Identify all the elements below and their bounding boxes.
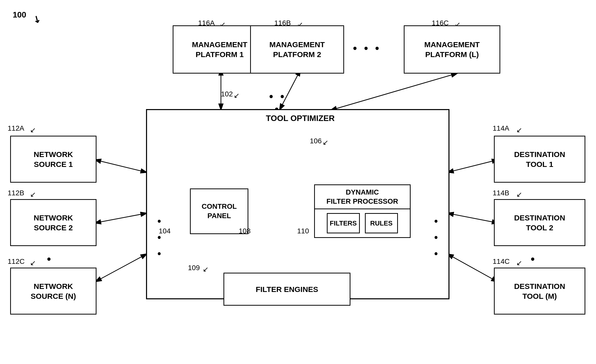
destination-tool-M: DESTINATIONTOOL (M) bbox=[494, 268, 585, 315]
dots-inside-left: ••• bbox=[157, 213, 162, 262]
ref-102-arrow: ↙ bbox=[234, 91, 239, 100]
ref-112A: 112A bbox=[8, 124, 24, 132]
ref-112C-arrow: ↙ bbox=[30, 259, 36, 267]
rules-box: RULES bbox=[365, 213, 398, 233]
network-source-1: NETWORKSOURCE 1 bbox=[10, 136, 96, 183]
management-platform-L: MANAGEMENTPLATFORM (L) bbox=[404, 25, 500, 74]
network-source-2: NETWORKSOURCE 2 bbox=[10, 199, 96, 246]
ref-114B: 114B bbox=[493, 189, 509, 197]
destination-tool-2: DESTINATIONTOOL 2 bbox=[494, 199, 585, 246]
ref-108: 108 bbox=[239, 227, 251, 235]
ref-114A: 114A bbox=[493, 124, 509, 132]
filter-engines-box: FILTER ENGINES bbox=[223, 273, 350, 306]
dots-inside-right: ••• bbox=[434, 213, 439, 262]
ref-102: 102 bbox=[221, 90, 233, 98]
ref-106-arrow: ↙ bbox=[323, 138, 328, 147]
ref-114C: 114C bbox=[493, 257, 510, 266]
management-platform-2: MANAGEMENTPLATFORM 2 bbox=[250, 25, 344, 74]
destination-tool-1: DESTINATIONTOOL 1 bbox=[494, 136, 585, 183]
ref-109: 109 bbox=[188, 264, 200, 272]
svg-line-7 bbox=[100, 254, 147, 279]
ref-110: 110 bbox=[297, 227, 309, 235]
ref-114B-arrow: ↙ bbox=[516, 190, 522, 199]
dynamic-filter-processor-label: DYNAMICFILTER PROCESSOR bbox=[314, 184, 411, 210]
ref-112B-arrow: ↙ bbox=[30, 190, 36, 199]
ref-109-arrow: ↙ bbox=[203, 265, 208, 273]
figure-arrow: ↘ bbox=[31, 13, 43, 26]
ref-112B: 112B bbox=[8, 189, 24, 197]
ref-114C-arrow: ↙ bbox=[516, 259, 522, 267]
svg-line-5 bbox=[100, 161, 147, 172]
ref-112A-arrow: ↙ bbox=[30, 126, 36, 134]
svg-line-4 bbox=[330, 75, 452, 110]
svg-line-6 bbox=[100, 213, 147, 222]
figure-number: 100 bbox=[13, 10, 26, 20]
ref-114A-arrow: ↙ bbox=[516, 126, 522, 134]
filters-box: FILTERS bbox=[327, 213, 360, 233]
diagram: 100 ↘ 116A ↙ 116B ↙ 116C ↙ MANAGEMENTPLA… bbox=[0, 0, 596, 364]
svg-line-8 bbox=[447, 161, 493, 172]
dots-management-platforms: • • • bbox=[353, 42, 381, 55]
ref-106: 106 bbox=[310, 137, 322, 145]
ref-112C: 112C bbox=[8, 257, 25, 266]
tool-optimizer-label: TOOL OPTIMIZER bbox=[152, 113, 448, 124]
svg-line-10 bbox=[447, 254, 493, 279]
svg-line-9 bbox=[447, 213, 493, 222]
network-source-N: NETWORKSOURCE (N) bbox=[10, 268, 96, 315]
